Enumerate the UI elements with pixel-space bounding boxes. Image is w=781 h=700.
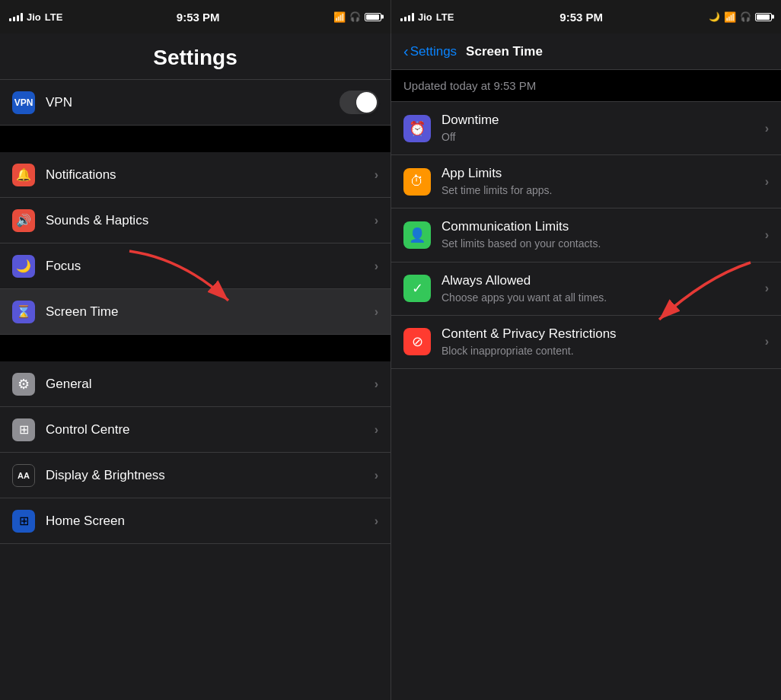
carrier-name-left: Jio bbox=[27, 11, 41, 23]
alwaysallowed-subtitle: Choose apps you want at all times. bbox=[442, 291, 759, 304]
signal-icon-right bbox=[400, 12, 414, 21]
applimits-title: App Limits bbox=[442, 166, 759, 181]
commlimits-title: Communication Limits bbox=[442, 219, 759, 234]
right-item-alwaysallowed[interactable]: ✓ Always Allowed Choose apps you want at… bbox=[391, 262, 781, 316]
homescreen-label: Home Screen bbox=[46, 514, 375, 529]
network-type-right: LTE bbox=[436, 11, 454, 23]
notifications-chevron: › bbox=[375, 168, 378, 182]
notifications-icon: 🔔 bbox=[12, 164, 35, 186]
downtime-text: Downtime Off bbox=[442, 113, 759, 144]
main-content: Settings VPN VPN 🔔 bbox=[0, 33, 781, 700]
right-item-applimits[interactable]: ⏱ App Limits Set time limits for apps. › bbox=[391, 155, 781, 208]
downtime-subtitle: Off bbox=[442, 130, 759, 144]
general-chevron: › bbox=[375, 377, 378, 391]
right-panel-screentime: ‹ Settings Screen Time Updated today at … bbox=[390, 33, 781, 700]
control-icon: ⊞ bbox=[12, 418, 35, 441]
carrier-left: Jio LTE bbox=[9, 11, 62, 23]
back-button[interactable]: ‹ Settings bbox=[403, 43, 457, 60]
alwaysallowed-chevron: › bbox=[765, 282, 769, 295]
settings-item-screentime[interactable]: ⌛ Screen Time › bbox=[0, 289, 390, 335]
right-item-contentprivacy[interactable]: ⊘ Content & Privacy Restrictions Block i… bbox=[391, 316, 781, 369]
battery-icon-left bbox=[365, 13, 381, 21]
control-label: Control Centre bbox=[46, 422, 375, 438]
notifications-label: Notifications bbox=[46, 167, 375, 183]
right-item-commlimits[interactable]: 👤 Communication Limits Set limits based … bbox=[391, 208, 781, 262]
applimits-subtitle: Set time limits for apps. bbox=[442, 183, 759, 197]
vpn-toggle-switch[interactable] bbox=[339, 91, 378, 114]
icons-left: 📶 🎧 bbox=[333, 11, 381, 23]
general-label: General bbox=[46, 377, 375, 392]
settings-title: Settings bbox=[15, 46, 375, 70]
settings-item-homescreen[interactable]: ⊞ Home Screen › bbox=[0, 498, 390, 544]
display-chevron: › bbox=[375, 469, 378, 482]
general-icon: ⚙ bbox=[12, 373, 35, 396]
sounds-icon: 🔊 bbox=[12, 209, 35, 232]
sounds-chevron: › bbox=[375, 214, 378, 228]
right-settings-list: ⏰ Downtime Off › ⏱ App Limits Set time l… bbox=[391, 102, 781, 700]
right-item-downtime[interactable]: ⏰ Downtime Off › bbox=[391, 102, 781, 155]
settings-item-vpn[interactable]: VPN VPN bbox=[0, 80, 390, 126]
right-header: ‹ Settings Screen Time bbox=[391, 33, 781, 70]
settings-item-general[interactable]: ⚙ General › bbox=[0, 361, 390, 407]
commlimits-text: Communication Limits Set limits based on… bbox=[442, 219, 759, 250]
back-label: Settings bbox=[410, 44, 457, 59]
contentprivacy-text: Content & Privacy Restrictions Block ina… bbox=[442, 326, 759, 358]
wifi-icon-left: 📶 bbox=[333, 11, 346, 23]
settings-item-display[interactable]: AA Display & Brightness › bbox=[0, 453, 390, 498]
status-bar: Jio LTE 9:53 PM 📶 🎧 Jio LTE 9:53 PM 🌙 bbox=[0, 0, 781, 33]
commlimits-icon: 👤 bbox=[403, 221, 431, 249]
downtime-title: Downtime bbox=[442, 113, 759, 128]
settings-item-sounds[interactable]: 🔊 Sounds & Haptics › bbox=[0, 198, 390, 243]
vpn-toggle-knob bbox=[356, 92, 377, 113]
screentime-chevron: › bbox=[375, 305, 378, 319]
wifi-icon-right: 📶 bbox=[724, 11, 736, 23]
settings-list: VPN VPN 🔔 Notifications › bbox=[0, 80, 390, 700]
update-banner: Updated today at 9:53 PM bbox=[391, 70, 781, 102]
alwaysallowed-text: Always Allowed Choose apps you want at a… bbox=[442, 273, 759, 304]
alwaysallowed-icon: ✓ bbox=[403, 275, 431, 302]
contentprivacy-title: Content & Privacy Restrictions bbox=[442, 326, 759, 342]
screentime-label: Screen Time bbox=[46, 304, 375, 320]
contentprivacy-icon: ⊘ bbox=[403, 328, 431, 355]
focus-chevron: › bbox=[375, 259, 378, 273]
display-label: Display & Brightness bbox=[46, 468, 375, 483]
carrier-right: Jio LTE bbox=[400, 11, 454, 23]
status-bar-left: Jio LTE 9:53 PM 📶 🎧 bbox=[0, 0, 390, 33]
vpn-icon: VPN bbox=[12, 91, 35, 114]
headphone-icon-right: 🎧 bbox=[740, 11, 751, 22]
icons-right: 🌙 📶 🎧 bbox=[709, 11, 772, 23]
settings-item-focus[interactable]: 🌙 Focus › bbox=[0, 243, 390, 289]
settings-header: Settings bbox=[0, 33, 390, 80]
downtime-chevron: › bbox=[765, 122, 769, 135]
battery-icon-right bbox=[755, 13, 772, 21]
time-left: 9:53 PM bbox=[177, 11, 220, 24]
screentime-icon: ⌛ bbox=[12, 301, 35, 323]
homescreen-chevron: › bbox=[375, 514, 378, 528]
headphone-icon-left: 🎧 bbox=[349, 11, 361, 22]
commlimits-subtitle: Set limits based on your contacts. bbox=[442, 237, 759, 250]
contentprivacy-subtitle: Block inappropriate content. bbox=[442, 344, 759, 358]
commlimits-chevron: › bbox=[765, 228, 769, 242]
applimits-chevron: › bbox=[765, 175, 769, 189]
right-panel-title: Screen Time bbox=[466, 44, 543, 59]
focus-label: Focus bbox=[46, 259, 375, 274]
alwaysallowed-title: Always Allowed bbox=[442, 273, 759, 288]
status-bar-right: Jio LTE 9:53 PM 🌙 📶 🎧 bbox=[390, 0, 781, 33]
left-panel-settings: Settings VPN VPN 🔔 bbox=[0, 33, 390, 700]
vpn-label: VPN bbox=[46, 95, 339, 110]
downtime-icon: ⏰ bbox=[403, 115, 431, 142]
settings-item-notifications[interactable]: 🔔 Notifications › bbox=[0, 152, 390, 198]
applimits-text: App Limits Set time limits for apps. bbox=[442, 166, 759, 197]
homescreen-icon: ⊞ bbox=[12, 510, 35, 533]
vpn-toggle[interactable] bbox=[339, 91, 378, 114]
carrier-name-right: Jio bbox=[418, 11, 432, 23]
section-divider-1 bbox=[0, 126, 390, 152]
contentprivacy-chevron: › bbox=[765, 335, 769, 348]
sounds-label: Sounds & Haptics bbox=[46, 213, 375, 228]
control-chevron: › bbox=[375, 423, 378, 437]
section-divider-2 bbox=[0, 335, 390, 361]
focus-icon: 🌙 bbox=[12, 255, 35, 278]
time-right: 9:53 PM bbox=[559, 11, 603, 24]
back-chevron-icon: ‹ bbox=[403, 43, 409, 60]
settings-item-control[interactable]: ⊞ Control Centre › bbox=[0, 407, 390, 453]
